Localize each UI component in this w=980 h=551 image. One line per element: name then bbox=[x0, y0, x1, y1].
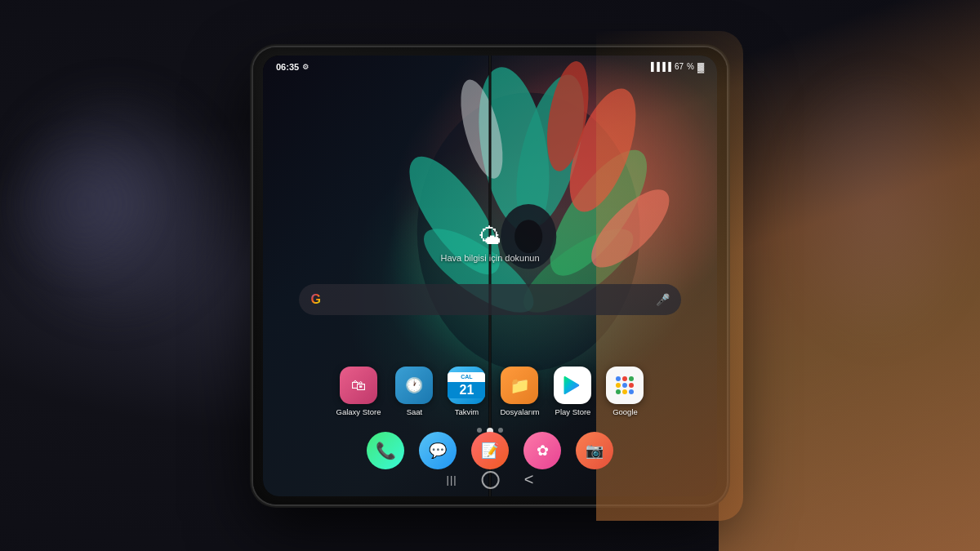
recents-button[interactable]: ||| bbox=[447, 473, 457, 486]
home-button[interactable] bbox=[482, 471, 500, 489]
phone-body: 06:35 ⚙ ▐▐▐▐ 67 % ▓ 🌤 Hava bilgisi için … bbox=[253, 47, 727, 504]
bg-blur-right bbox=[776, 65, 980, 351]
app-phone[interactable]: 📞 bbox=[367, 432, 404, 469]
weather-widget[interactable]: 🌤 Hava bilgisi için dokunun bbox=[440, 223, 539, 263]
phone-call-icon: 📞 bbox=[367, 432, 404, 469]
grid-dot-2 bbox=[622, 376, 627, 381]
nav-bar: ||| < bbox=[447, 470, 534, 489]
galaxy-store-icon: 🛍 bbox=[340, 367, 377, 404]
google-label: Google bbox=[612, 407, 638, 416]
grid-dot-6 bbox=[629, 383, 634, 388]
status-icons: ▐▐▐▐ 67 % ▓ bbox=[648, 62, 704, 72]
app-takvim[interactable]: CAL 21 Takvim bbox=[448, 367, 485, 416]
status-time: 06:35 bbox=[276, 62, 299, 72]
dosyalarim-label: Dosyalarım bbox=[500, 407, 539, 416]
notes-icon: 📝 bbox=[471, 432, 509, 469]
bixby-icon: ✿ bbox=[523, 432, 561, 469]
grid-dot-4 bbox=[616, 383, 621, 388]
app-camera[interactable]: 📷 bbox=[576, 432, 613, 469]
messages-icon: 💬 bbox=[419, 432, 457, 469]
bottom-dock: 📞 💬 📝 ✿ bbox=[263, 432, 717, 469]
signal-icon: ▐▐▐▐ bbox=[648, 62, 671, 71]
battery-icon: ▓ bbox=[697, 62, 704, 72]
google-apps-grid bbox=[616, 376, 634, 394]
camera-icon: 📷 bbox=[576, 432, 613, 469]
play-store-label: Play Store bbox=[555, 407, 591, 416]
back-button[interactable]: < bbox=[524, 470, 534, 489]
status-settings-icon: ⚙ bbox=[302, 63, 309, 71]
takvim-icon: CAL 21 bbox=[448, 367, 485, 404]
weather-text: Hava bilgisi için dokunun bbox=[440, 253, 539, 263]
app-bixby[interactable]: ✿ bbox=[523, 432, 561, 469]
left-blur bbox=[0, 122, 163, 286]
app-saat[interactable]: 🕐 Saat bbox=[395, 367, 433, 416]
grid-dot-5 bbox=[622, 383, 627, 388]
grid-dot-7 bbox=[616, 389, 621, 394]
status-bar: 06:35 ⚙ ▐▐▐▐ 67 % ▓ bbox=[263, 56, 717, 78]
app-google[interactable]: Google bbox=[606, 367, 644, 416]
battery-percent-sign: % bbox=[687, 62, 694, 71]
grid-dot-1 bbox=[616, 376, 621, 381]
saat-label: Saat bbox=[407, 407, 423, 416]
dosyalarim-icon: 📁 bbox=[501, 367, 538, 404]
google-g-icon: G bbox=[310, 292, 320, 307]
app-notes[interactable]: 📝 bbox=[471, 432, 509, 469]
weather-icon: 🌤 bbox=[440, 223, 539, 250]
play-store-svg bbox=[561, 374, 584, 397]
phone-device: 06:35 ⚙ ▐▐▐▐ 67 % ▓ 🌤 Hava bilgisi için … bbox=[253, 47, 727, 504]
app-galaxy-store[interactable]: 🛍 Galaxy Store bbox=[336, 367, 381, 416]
grid-dot-9 bbox=[629, 389, 634, 394]
google-icon bbox=[606, 367, 644, 404]
phone-screen: 06:35 ⚙ ▐▐▐▐ 67 % ▓ 🌤 Hava bilgisi için … bbox=[263, 56, 717, 496]
grid-dot-3 bbox=[629, 376, 634, 381]
app-row-main: 🛍 Galaxy Store 🕐 Saat CAL 21 bbox=[263, 367, 717, 416]
saat-icon: 🕐 bbox=[395, 367, 433, 404]
status-time-group: 06:35 ⚙ bbox=[276, 62, 309, 72]
grid-dot-8 bbox=[622, 389, 627, 394]
takvim-label: Takvim bbox=[455, 407, 479, 416]
app-messages[interactable]: 💬 bbox=[419, 432, 457, 469]
battery-percent: 67 bbox=[675, 62, 684, 71]
microphone-icon[interactable]: 🎤 bbox=[656, 293, 670, 306]
search-bar[interactable]: G 🎤 bbox=[299, 284, 680, 315]
play-store-icon bbox=[554, 367, 591, 404]
galaxy-store-label: Galaxy Store bbox=[336, 407, 381, 416]
app-play-store[interactable]: Play Store bbox=[554, 367, 591, 416]
app-dosyalarim[interactable]: 📁 Dosyalarım bbox=[500, 367, 539, 416]
